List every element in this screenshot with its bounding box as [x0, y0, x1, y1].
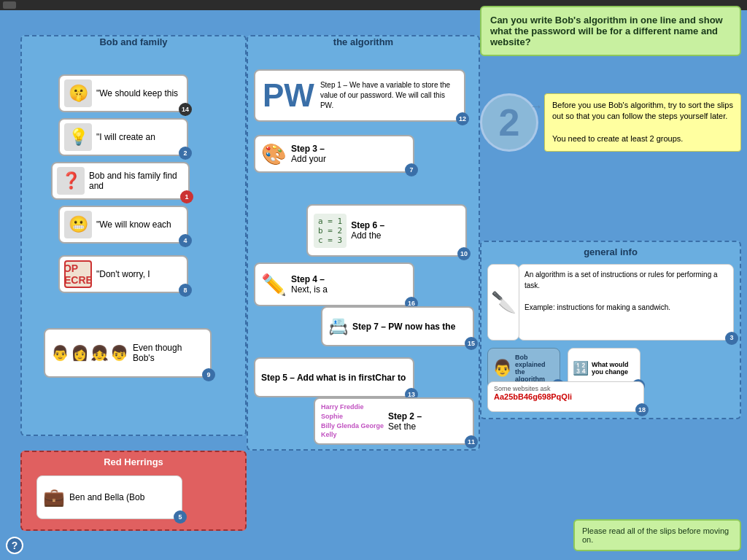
algo-step4-card[interactable]: ✏️ Step 4 –Next, is a 16 — [254, 262, 414, 306]
bob-card-2-text: "I will create an — [96, 132, 155, 142]
bob-icon-family: 😬 — [64, 211, 92, 238]
some-websites-text: Some websites ask — [494, 385, 551, 392]
what-change-icon: 🔢 — [573, 360, 589, 376]
help-button[interactable]: ? — [6, 537, 23, 554]
panel-red-herrings: Red Herrings 💼 Ben and Bella (Bob 5 — [20, 451, 247, 531]
briefcase-icon: 💼 — [43, 487, 65, 508]
green-note-text: Can you write Bob's algorithm in one lin… — [490, 15, 723, 47]
bob-card-1-text: Bob and his family find and — [89, 171, 184, 191]
bob-family-icons: 👨 👩 👧 👦 — [51, 344, 128, 362]
bob-card-9-text: Even though Bob's — [133, 343, 204, 363]
bob-card-8-text: "Don't worry, I — [96, 269, 150, 279]
step4-text: Step 4 –Next, is a — [291, 274, 328, 295]
bottom-note: Please read all of the slips before movi… — [573, 519, 741, 551]
badge-18: 18 — [635, 403, 649, 416]
step2-arrow: → — [530, 99, 543, 114]
panel-red-title: Red Herrings — [22, 452, 245, 467]
panel-bob-title: Bob and family — [22, 36, 245, 47]
step5-text: Step 5 – Add what is in firstChar to — [261, 373, 406, 383]
bob-card-4-text: "We will know each — [96, 219, 171, 230]
password-card[interactable]: Some websites ask Aa25bB46g698PqQli 18 — [487, 381, 644, 412]
step2-area: 2 → Before you use Bob's algorithm, try … — [480, 93, 741, 152]
bob-card-14[interactable]: 🤫 "We should keep this 14 — [58, 74, 188, 112]
panel-bob: Bob and family 🤫 "We should keep this 14… — [20, 35, 247, 436]
bob-icon-bulb: 💡 — [64, 123, 92, 151]
badge-12: 12 — [456, 112, 469, 125]
algo-step1-card[interactable]: PW Step 1 – We have a variable to store … — [254, 69, 465, 122]
panel-algo-title: the algorithm — [248, 36, 479, 47]
badge-8: 8 — [179, 284, 192, 297]
bob-icon-question: ❓ — [57, 167, 85, 195]
badge-14: 14 — [179, 103, 192, 116]
badge-5: 5 — [174, 510, 187, 524]
panel-algo: the algorithm PW Step 1 – We have a vari… — [247, 35, 480, 451]
badge-2: 2 — [179, 147, 192, 160]
badge-3: 3 — [725, 332, 738, 345]
what-change-text: What would you change — [592, 361, 635, 376]
step7-icon: 📇 — [328, 317, 348, 336]
step6-text: Step 6 –Add the — [351, 220, 384, 241]
red-herring-text: Ben and Bella (Bob — [69, 492, 144, 502]
red-herring-card[interactable]: 💼 Ben and Bella (Bob 5 — [36, 475, 182, 519]
algo-step7-card[interactable]: 📇 Step 7 – PW now has the 15 — [321, 306, 474, 346]
step3-text: Step 3 –Add your — [291, 144, 326, 164]
cutting-board-icon: 🔪 — [487, 264, 519, 341]
bob-card-8[interactable]: TOP SECRET "Don't worry, I 8 — [58, 255, 188, 293]
badge-11: 11 — [465, 435, 478, 448]
bob-card-9[interactable]: 👨 👩 👧 👦 Even though Bob's 9 — [44, 328, 212, 378]
bob-card-14-text: "We should keep this — [96, 88, 178, 98]
badge-10: 10 — [457, 247, 471, 260]
algo-step3-card[interactable]: 🎨 Step 3 –Add your 7 — [254, 135, 414, 173]
step4-icon: ✏️ — [261, 273, 287, 297]
panel-general: general info An algorithm is a set of in… — [480, 241, 741, 419]
step2-note: Before you use Bob's algorithm, try to s… — [544, 93, 741, 152]
algo-step2-card[interactable]: Harry FreddieSophieBilly Glenda GeorgeKe… — [314, 397, 474, 445]
bob-card-2[interactable]: 💡 "I will create an 2 — [58, 118, 188, 156]
bob-card-1[interactable]: ❓ Bob and his family find and 1 — [51, 162, 190, 200]
algo-step5-card[interactable]: Step 5 – Add what is in firstChar to 13 — [254, 357, 414, 397]
bob-icon-secret: TOP SECRET — [64, 260, 92, 288]
general-info-title: general info — [481, 242, 740, 257]
step7-text: Step 7 – PW now has the — [352, 322, 455, 332]
badge-1: 1 — [180, 190, 193, 203]
badge-7: 7 — [405, 163, 418, 176]
badge-15: 15 — [465, 337, 478, 350]
bottom-note-text: Please read all of the slips before movi… — [582, 526, 729, 544]
step3-icon: 🎨 — [261, 142, 287, 166]
badge-4: 4 — [179, 234, 192, 247]
green-note-top: Can you write Bob's algorithm in one lin… — [480, 6, 741, 56]
step6-vars: a = 1b = 2c = 3 — [314, 214, 347, 248]
algo-explanation-card[interactable]: An algorithm is a set of instructions or… — [518, 264, 734, 341]
algo-explanation-text: An algorithm is a set of instructions or… — [525, 271, 718, 311]
badge-9: 9 — [202, 368, 215, 381]
bob-icon-hush: 🤫 — [64, 79, 92, 107]
step2-names: Harry FreddieSophieBilly Glenda GeorgeKe… — [321, 402, 384, 439]
algo-step6-card[interactable]: a = 1b = 2c = 3 Step 6 –Add the 10 — [306, 204, 467, 257]
password-display: Aa25bB46g698PqQli — [494, 392, 572, 401]
step2-text: Step 2 –Set the — [388, 411, 422, 432]
bob-card-4[interactable]: 😬 "We will know each 4 — [58, 206, 188, 244]
step1-text: Step 1 – We have a variable to store the… — [320, 80, 457, 111]
pw-letters: PW — [263, 79, 314, 112]
menu-icon[interactable] — [3, 1, 16, 9]
